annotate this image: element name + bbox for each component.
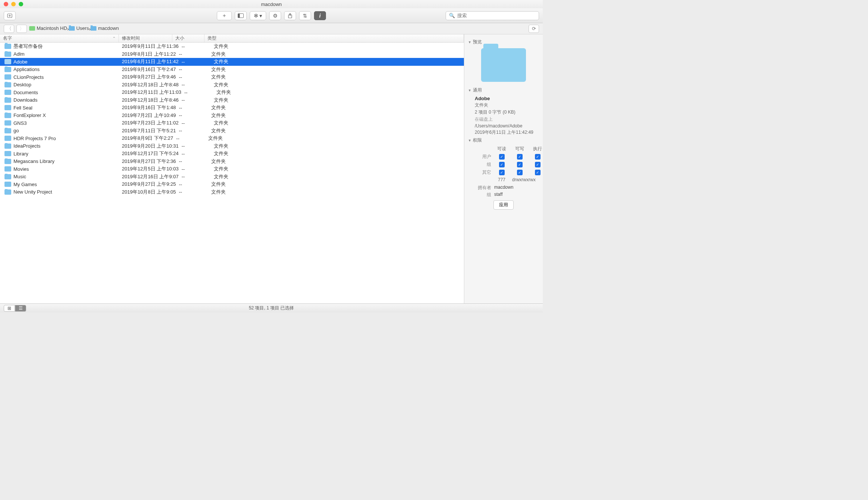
breadcrumb-item[interactable]: Macintosh HD bbox=[29, 25, 67, 31]
disclosure-icon: ▼ bbox=[468, 89, 471, 92]
column-name[interactable]: 名字⌃ bbox=[0, 34, 119, 42]
close-icon[interactable] bbox=[4, 2, 8, 6]
add-button[interactable]: ＋ bbox=[217, 11, 232, 20]
perm-other-exec-checkbox[interactable]: ✓ bbox=[535, 170, 541, 175]
perm-user-exec-checkbox[interactable]: ✓ bbox=[535, 154, 541, 160]
minimize-icon[interactable] bbox=[11, 2, 16, 6]
column-kind[interactable]: 类型 bbox=[204, 34, 464, 42]
search-input[interactable] bbox=[457, 13, 536, 18]
icon-view-button[interactable]: ⊞ bbox=[4, 305, 15, 312]
file-name: Adlm bbox=[13, 51, 25, 57]
file-row[interactable]: CLionProjects2019年9月27日 上午9:46--文件夹 bbox=[0, 73, 464, 81]
folder-icon bbox=[4, 120, 11, 126]
file-name: 墨者写作备份 bbox=[13, 43, 43, 50]
file-row[interactable]: Documents2019年12月11日 上午11:03--文件夹 bbox=[0, 89, 464, 96]
file-row[interactable]: IdeaProjects2019年9月20日 上午10:31--文件夹 bbox=[0, 142, 464, 150]
finder-window: macdown ＋ ✻ ▾ ⚙ ⇅ i 🔍 〈 〉 Macintosh HD›U… bbox=[0, 0, 543, 312]
file-size: -- bbox=[179, 166, 211, 172]
folder-icon bbox=[90, 26, 96, 31]
owner-label: 拥有者 bbox=[473, 185, 491, 191]
perm-user-read-checkbox[interactable]: ✓ bbox=[499, 154, 505, 160]
apply-button[interactable]: 应用 bbox=[493, 200, 514, 210]
back-button[interactable]: 〈 bbox=[4, 25, 14, 33]
perm-write-header: 可写 bbox=[512, 146, 527, 152]
share-button[interactable] bbox=[284, 11, 296, 20]
file-name: Desktop bbox=[13, 82, 31, 87]
file-row[interactable]: Downloads2019年12月18日 上午8:46--文件夹 bbox=[0, 96, 464, 104]
search-field[interactable]: 🔍 bbox=[446, 11, 539, 20]
file-size: -- bbox=[176, 74, 208, 80]
file-row[interactable]: My Games2019年9月27日 上午9:25--文件夹 bbox=[0, 180, 464, 188]
info-ondisk-label: 在磁盘上 bbox=[475, 116, 539, 123]
forward-button[interactable]: 〉 bbox=[16, 25, 27, 33]
perm-other-write-checkbox[interactable]: ✓ bbox=[517, 170, 523, 175]
file-date: 2019年9月16日 下午1:48 bbox=[119, 104, 176, 111]
file-rows[interactable]: 墨者写作备份2019年9月11日 上午11:36--文件夹Adlm2019年8月… bbox=[0, 43, 464, 303]
file-name: Library bbox=[13, 151, 28, 157]
zoom-icon[interactable] bbox=[19, 2, 23, 6]
sidebar-toggle-button[interactable] bbox=[235, 11, 247, 20]
perm-user-label: 用户 bbox=[473, 154, 491, 160]
folder-icon bbox=[4, 67, 11, 72]
file-date: 2019年8月9日 下午2:27 bbox=[119, 135, 173, 142]
perm-group-read-checkbox[interactable]: ✓ bbox=[499, 162, 505, 167]
column-date[interactable]: 修改时间 bbox=[119, 34, 172, 42]
file-row[interactable]: Movies2019年12月5日 上午10:03--文件夹 bbox=[0, 165, 464, 173]
gear-button[interactable]: ⚙ bbox=[269, 11, 281, 20]
preview-section[interactable]: ▼预览 bbox=[468, 39, 539, 45]
file-date: 2019年9月11日 上午11:36 bbox=[119, 43, 179, 50]
file-row[interactable]: New Unity Project2019年10月8日 上午9:05--文件夹 bbox=[0, 188, 464, 196]
file-row[interactable]: Applications2019年9月16日 下午2:47--文件夹 bbox=[0, 66, 464, 74]
file-row[interactable]: Megascans Library2019年8月27日 下午2:36--文件夹 bbox=[0, 158, 464, 166]
inspector-panel: ▼预览 ▼通用 Adobe 文件夹 2 项目 0 字节 (0 KB) 在磁盘上 … bbox=[464, 34, 543, 303]
sort-asc-icon: ⌃ bbox=[113, 36, 116, 40]
file-row[interactable]: go2019年7月11日 下午5:21--文件夹 bbox=[0, 127, 464, 135]
preview-folder-icon bbox=[481, 48, 526, 82]
file-kind: 文件夹 bbox=[211, 81, 464, 88]
file-row[interactable]: Music2019年12月16日 上午9:07--文件夹 bbox=[0, 173, 464, 181]
file-kind: 文件夹 bbox=[205, 135, 464, 142]
reload-button[interactable]: ⟳ bbox=[529, 25, 539, 33]
file-row[interactable]: GNS32019年7月23日 上午11:02--文件夹 bbox=[0, 119, 464, 127]
folder-icon bbox=[4, 98, 11, 103]
perm-user-write-checkbox[interactable]: ✓ bbox=[517, 154, 523, 160]
action-menu-button[interactable]: ✻ ▾ bbox=[250, 11, 266, 20]
file-row[interactable]: HDR Projects 7 Pro2019年8月9日 下午2:27--文件夹 bbox=[0, 135, 464, 142]
list-view-button[interactable]: ☰ bbox=[15, 305, 26, 312]
file-row[interactable]: Adobe2019年6月11日 上午11:42--文件夹 bbox=[0, 58, 464, 66]
file-size: -- bbox=[179, 120, 211, 126]
general-section[interactable]: ▼通用 bbox=[468, 87, 539, 93]
file-size: -- bbox=[179, 59, 211, 65]
file-row[interactable]: Fell Seal2019年9月16日 下午1:48--文件夹 bbox=[0, 104, 464, 112]
perm-group-exec-checkbox[interactable]: ✓ bbox=[535, 162, 541, 167]
folder-icon bbox=[4, 113, 11, 118]
permissions-section[interactable]: ▼权限 bbox=[468, 137, 539, 143]
file-size: -- bbox=[179, 143, 211, 149]
perm-group-write-checkbox[interactable]: ✓ bbox=[517, 162, 523, 167]
sort-button[interactable]: ⇅ bbox=[299, 11, 311, 20]
file-size: -- bbox=[176, 128, 208, 133]
file-kind: 文件夹 bbox=[211, 43, 464, 50]
folder-icon bbox=[4, 59, 11, 64]
file-size: -- bbox=[176, 112, 208, 118]
file-size: -- bbox=[179, 97, 211, 103]
file-date: 2019年12月11日 上午11:03 bbox=[119, 89, 181, 96]
new-tab-button[interactable] bbox=[4, 11, 16, 20]
perm-other-read-checkbox[interactable]: ✓ bbox=[499, 170, 505, 175]
file-list: 名字⌃ 修改时间 大小 类型 墨者写作备份2019年9月11日 上午11:36-… bbox=[0, 34, 464, 303]
info-path: /Users/macdown/Adobe bbox=[475, 123, 539, 129]
file-row[interactable]: 墨者写作备份2019年9月11日 上午11:36--文件夹 bbox=[0, 43, 464, 50]
breadcrumb-item[interactable]: Users bbox=[69, 25, 89, 31]
disclosure-icon: ▼ bbox=[468, 40, 471, 44]
breadcrumb-item[interactable]: macdown bbox=[90, 25, 119, 31]
file-row[interactable]: Adlm2019年8月1日 上午11:22--文件夹 bbox=[0, 50, 464, 58]
file-row[interactable]: Desktop2019年12月18日 上午8:48--文件夹 bbox=[0, 81, 464, 89]
column-size[interactable]: 大小 bbox=[172, 34, 204, 42]
folder-icon bbox=[4, 151, 11, 156]
file-name: IdeaProjects bbox=[13, 143, 40, 149]
folder-icon bbox=[4, 52, 11, 57]
info-button[interactable]: i bbox=[314, 11, 326, 20]
file-name: Music bbox=[13, 174, 26, 179]
file-row[interactable]: FontExplorer X2019年7月2日 上午10:49--文件夹 bbox=[0, 112, 464, 120]
file-row[interactable]: Library2019年12月17日 下午5:24--文件夹 bbox=[0, 150, 464, 158]
